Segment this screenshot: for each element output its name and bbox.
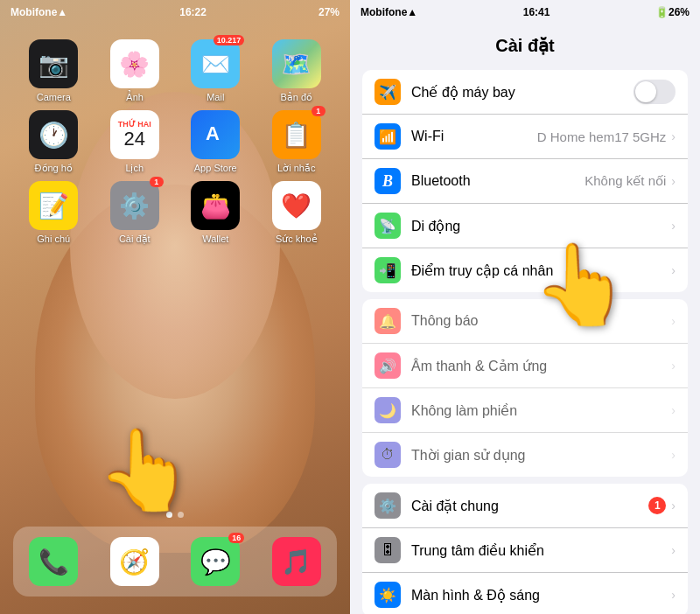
time-right: 16:41 bbox=[523, 6, 550, 18]
mail-badge: 10.217 bbox=[214, 35, 245, 45]
settings-row-display[interactable]: ☀️ Màn hình & Độ sáng › bbox=[362, 573, 688, 614]
carrier-right: Mobifone bbox=[360, 6, 407, 18]
left-phone-screen: Mobifone ▲ 16:22 27% 📷 Camera 🌸 Ảnh ✉️ 1… bbox=[0, 0, 350, 614]
dock-phone[interactable]: 📞 bbox=[29, 537, 78, 586]
settings-row-notifications[interactable]: 🔔 Thông báo › bbox=[362, 299, 688, 344]
dock-messages[interactable]: 💬 16 bbox=[191, 537, 240, 586]
wallet-icon-img: 👛 bbox=[191, 181, 240, 230]
settings-row-control[interactable]: 🎛 Trung tâm điều khiển › bbox=[362, 528, 688, 573]
battery-right: 26% bbox=[668, 6, 690, 18]
notifications-chevron: › bbox=[671, 314, 676, 328]
control-chevron: › bbox=[671, 543, 676, 557]
settings-section-3: ⚙️ Cài đặt chung 1 › 🎛 Trung tâm điều kh… bbox=[362, 484, 688, 614]
settings-row-screentime[interactable]: ⏱ Thời gian sử dụng › bbox=[362, 433, 688, 477]
airplane-label: Chế độ máy bay bbox=[411, 84, 634, 101]
app-reminders-label: Lời nhắc bbox=[277, 163, 315, 174]
sounds-icon: 🔊 bbox=[374, 352, 401, 379]
status-bar-right: Mobifone ▲ 16:41 🔋 26% bbox=[350, 0, 700, 24]
dock-music[interactable]: 🎵 bbox=[272, 537, 321, 586]
app-photos[interactable]: 🌸 Ảnh bbox=[103, 39, 166, 103]
app-camera-label: Camera bbox=[37, 92, 71, 102]
screentime-label: Thời gian sử dụng bbox=[411, 447, 671, 464]
control-label: Trung tâm điều khiển bbox=[411, 542, 671, 559]
app-row-2: 🕐 Đồng hồ THỨ HAI 24 Lịch A App Store bbox=[13, 110, 337, 174]
settings-row-hotspot[interactable]: 📲 Điểm truy cập cá nhân › bbox=[362, 248, 688, 292]
app-maps[interactable]: 🗺️ Bản đồ bbox=[265, 39, 328, 103]
bluetooth-value: Không kết nối bbox=[584, 173, 666, 189]
wifi-value: D Home hem17 5GHz bbox=[537, 129, 667, 144]
app-camera[interactable]: 📷 Camera bbox=[22, 39, 85, 103]
carrier-left: Mobifone bbox=[10, 6, 57, 18]
app-calendar[interactable]: THỨ HAI 24 Lịch bbox=[103, 110, 166, 174]
battery-icon-right: 🔋 bbox=[655, 6, 668, 18]
settings-section-1: ✈️ Chế độ máy bay 📶 Wi-Fi D Home hem17 5… bbox=[362, 70, 688, 292]
app-appstore[interactable]: A App Store bbox=[184, 110, 247, 174]
app-photos-label: Ảnh bbox=[126, 92, 144, 103]
wifi-chevron: › bbox=[671, 129, 676, 143]
general-badge: 1 bbox=[648, 497, 666, 514]
time-left: 16:22 bbox=[179, 6, 206, 18]
appstore-icon-img: A bbox=[191, 110, 240, 159]
screentime-icon: ⏱ bbox=[374, 442, 401, 468]
reminders-badge: 1 bbox=[312, 106, 326, 116]
app-wallet-label: Wallet bbox=[202, 234, 228, 244]
finger-cursor-right: 👆 bbox=[532, 245, 630, 324]
sounds-chevron: › bbox=[671, 359, 676, 373]
settings-badge: 1 bbox=[150, 177, 164, 187]
calendar-icon-img: THỨ HAI 24 bbox=[110, 110, 159, 159]
general-icon: ⚙️ bbox=[374, 492, 401, 519]
control-icon: 🎛 bbox=[374, 537, 401, 563]
cellular-icon: 📡 bbox=[374, 213, 401, 239]
settings-row-focus[interactable]: 🌙 Không làm phiền › bbox=[362, 388, 688, 433]
svg-text:A: A bbox=[206, 122, 220, 144]
app-notes-label: Ghi chú bbox=[37, 234, 70, 244]
sounds-label: Âm thanh & Cảm ứng bbox=[411, 358, 671, 374]
wifi-icon-right: ▲ bbox=[407, 6, 417, 18]
display-label: Màn hình & Độ sáng bbox=[411, 587, 671, 604]
app-row-3: 📝 Ghi chú ⚙️ 1 Cài đặt 👛 Wallet ❤️ Sức k… bbox=[13, 181, 337, 245]
app-maps-label: Bản đồ bbox=[280, 92, 312, 103]
dock-safari[interactable]: 🧭 bbox=[110, 537, 159, 586]
app-settings[interactable]: ⚙️ 1 Cài đặt bbox=[103, 181, 166, 245]
app-clock[interactable]: 🕐 Đồng hồ bbox=[22, 110, 85, 174]
settings-row-cellular[interactable]: 📡 Di động › bbox=[362, 204, 688, 248]
app-health[interactable]: ❤️ Sức khoẻ bbox=[265, 181, 328, 245]
bluetooth-icon: B bbox=[374, 168, 401, 194]
dock: 📞 🧭 💬 16 🎵 bbox=[13, 527, 337, 597]
hotspot-chevron: › bbox=[671, 263, 676, 277]
messages-badge: 16 bbox=[228, 533, 244, 543]
app-reminders[interactable]: 📋 1 Lời nhắc bbox=[265, 110, 328, 174]
settings-row-wifi[interactable]: 📶 Wi-Fi D Home hem17 5GHz › bbox=[362, 115, 688, 159]
app-notes[interactable]: 📝 Ghi chú bbox=[22, 181, 85, 245]
settings-row-bluetooth[interactable]: B Bluetooth Không kết nối › bbox=[362, 159, 688, 204]
airplane-icon: ✈️ bbox=[374, 79, 401, 105]
app-calendar-label: Lịch bbox=[125, 163, 144, 174]
notes-icon-img: 📝 bbox=[29, 181, 78, 230]
reminders-icon-img: 📋 1 bbox=[272, 110, 321, 159]
app-settings-label: Cài đặt bbox=[119, 234, 150, 245]
app-grid: 📷 Camera 🌸 Ảnh ✉️ 10.217 Mail 🗺️ Bản đồ bbox=[0, 31, 350, 261]
camera-icon-img: 📷 bbox=[29, 39, 78, 88]
bluetooth-chevron: › bbox=[671, 174, 676, 188]
focus-icon: 🌙 bbox=[374, 397, 401, 423]
settings-section-2: 🔔 Thông báo › 🔊 Âm thanh & Cảm ứng › 🌙 K… bbox=[362, 299, 688, 477]
settings-container: Cài đặt ✈️ Chế độ máy bay 📶 Wi-Fi D Home… bbox=[350, 24, 700, 614]
app-wallet[interactable]: 👛 Wallet bbox=[184, 181, 247, 245]
settings-icon-img: ⚙️ 1 bbox=[110, 181, 159, 230]
settings-row-sounds[interactable]: 🔊 Âm thanh & Cảm ứng › bbox=[362, 344, 688, 388]
hotspot-icon: 📲 bbox=[374, 257, 401, 283]
airplane-toggle[interactable] bbox=[634, 80, 676, 104]
screentime-chevron: › bbox=[671, 448, 676, 462]
app-mail-label: Mail bbox=[206, 92, 224, 102]
notifications-icon: 🔔 bbox=[374, 308, 401, 334]
wifi-label: Wi-Fi bbox=[411, 129, 537, 144]
settings-row-general[interactable]: ⚙️ Cài đặt chung 1 › bbox=[362, 484, 688, 528]
settings-title: Cài đặt bbox=[350, 24, 700, 63]
app-mail[interactable]: ✉️ 10.217 Mail bbox=[184, 39, 247, 103]
display-icon: ☀️ bbox=[374, 582, 401, 608]
cellular-label: Di động bbox=[411, 218, 671, 234]
app-clock-label: Đồng hồ bbox=[35, 163, 73, 174]
settings-row-airplane[interactable]: ✈️ Chế độ máy bay bbox=[362, 70, 688, 115]
wifi-signal-left: ▲ bbox=[57, 6, 67, 18]
status-bar-left: Mobifone ▲ 16:22 27% bbox=[0, 0, 350, 24]
